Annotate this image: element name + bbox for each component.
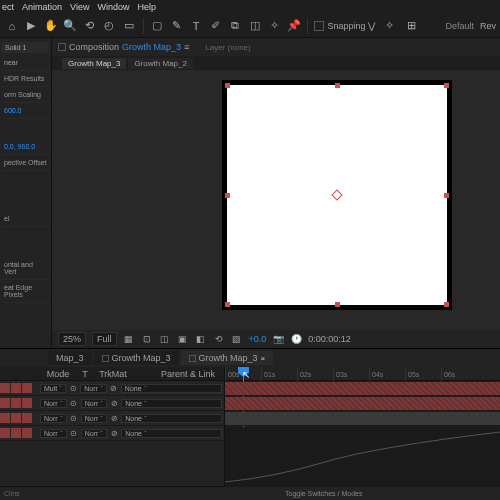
time-ruler[interactable]: 00s01s02s03s04s05s06s [225, 367, 500, 381]
trkmat-dropdown[interactable]: Norr [80, 384, 107, 393]
timeline-tracks[interactable]: 00s01s02s03s04s05s06s ↖ [225, 367, 500, 486]
roto-tool-icon[interactable]: ✧ [266, 18, 282, 34]
snapshot-icon[interactable]: 📷 [272, 333, 284, 345]
layer-row[interactable]: Mult ⊙ Norr ⊘ None [0, 381, 224, 396]
timeline-tab[interactable]: Growth Map_3 [94, 351, 179, 365]
time-display[interactable]: 0:00:00:12 [308, 334, 351, 344]
reset-icon[interactable]: ⟲ [213, 333, 225, 345]
mode-dropdown[interactable]: Norr [40, 399, 67, 408]
graph-editor[interactable] [225, 427, 500, 487]
mode-dropdown[interactable]: Mult [40, 384, 66, 393]
clip-bar[interactable] [225, 382, 500, 395]
comp-tab[interactable]: Growth Map_3 [62, 58, 126, 69]
eye-icon[interactable]: ⊙ [69, 399, 79, 408]
timeline-tab[interactable]: Map_3 [48, 351, 92, 365]
parent-dropdown[interactable]: None [121, 429, 222, 438]
rotate-tool-icon[interactable]: ◴ [102, 18, 118, 34]
brush-tool-icon[interactable]: ✐ [208, 18, 224, 34]
trkmat-dropdown[interactable]: Norr [81, 399, 108, 408]
trkmat-dropdown[interactable]: Norr [81, 429, 108, 438]
tool-icon[interactable]: ✧ [381, 18, 397, 34]
comp-tab[interactable]: Growth Map_2 [128, 58, 192, 69]
transform-handle[interactable] [335, 302, 340, 307]
timeline-tab[interactable]: Growth Map_3 × [181, 351, 274, 365]
transform-handle[interactable] [225, 83, 230, 88]
snapping-toggle[interactable]: Snapping ⋁ [314, 21, 375, 31]
mode-dropdown[interactable]: Norr [40, 429, 67, 438]
camera-tool-icon[interactable]: ▭ [121, 18, 137, 34]
text-tool-icon[interactable]: T [188, 18, 204, 34]
checkbox-icon[interactable] [314, 21, 324, 31]
transform-handle[interactable] [444, 83, 449, 88]
puppet-tool-icon[interactable]: 📌 [286, 18, 302, 34]
prop-row[interactable]: orm Scaling [2, 87, 49, 103]
exposure-value[interactable]: +0.0 [249, 334, 267, 344]
workspace-label[interactable]: Default [445, 21, 474, 31]
transform-handle[interactable] [444, 193, 449, 198]
prop-value[interactable]: 600.0 [2, 103, 49, 119]
layer-row[interactable]: Norr ⊙ Norr ⊘ None [0, 426, 224, 441]
clip-bar[interactable] [225, 412, 500, 425]
tool-icon[interactable]: ⊞ [403, 18, 419, 34]
layer-row[interactable]: Norr ⊙ Norr ⊘ None [0, 396, 224, 411]
panel-menu-icon[interactable]: ≡ [184, 42, 189, 52]
prop-row[interactable]: pective Offset [2, 155, 49, 171]
link-icon[interactable]: ⊘ [109, 414, 119, 423]
transparency-icon[interactable]: ▨ [231, 333, 243, 345]
parent-dropdown[interactable]: None [121, 414, 222, 423]
workspace-label[interactable]: Rev [480, 21, 496, 31]
orbit-tool-icon[interactable]: ⟲ [82, 18, 98, 34]
transform-handle[interactable] [444, 302, 449, 307]
track[interactable] [225, 411, 500, 426]
menu-item[interactable]: Window [97, 2, 129, 12]
parent-dropdown[interactable]: None [121, 399, 222, 408]
prop-row[interactable]: near [2, 55, 49, 71]
chevron-down-icon[interactable]: ⋁ [368, 21, 375, 31]
eye-icon[interactable]: ⊙ [68, 384, 78, 393]
clip-bar[interactable] [225, 397, 500, 410]
anchor-point-icon[interactable] [331, 189, 342, 200]
eye-icon[interactable]: ⊙ [69, 414, 79, 423]
clone-tool-icon[interactable]: ⧉ [227, 18, 243, 34]
pen-tool-icon[interactable]: ✎ [169, 18, 185, 34]
prop-row[interactable]: HDR Results [2, 71, 49, 87]
link-icon[interactable]: ⊘ [109, 429, 119, 438]
channel-icon[interactable]: ◧ [195, 333, 207, 345]
menu-item[interactable]: ect [2, 2, 14, 12]
toggle-switches-button[interactable]: Toggle Switches / Modes [225, 490, 362, 497]
canvas[interactable] [227, 85, 447, 305]
zoom-dropdown[interactable]: 25% [58, 332, 86, 346]
menu-item[interactable]: View [70, 2, 89, 12]
transform-handle[interactable] [225, 302, 230, 307]
shape-tool-icon[interactable]: ▢ [149, 18, 165, 34]
region-icon[interactable]: ▣ [177, 333, 189, 345]
grid-icon[interactable]: ▦ [123, 333, 135, 345]
eye-icon[interactable]: ⊙ [69, 429, 79, 438]
parent-dropdown[interactable]: None [121, 384, 222, 393]
selection-tool-icon[interactable]: ▶ [24, 18, 40, 34]
mask-icon[interactable]: ◫ [159, 333, 171, 345]
guides-icon[interactable]: ⊡ [141, 333, 153, 345]
menu-item[interactable]: Animation [22, 2, 62, 12]
prop-row[interactable]: el [2, 211, 49, 227]
prop-value[interactable]: 0.0, 960.0 [2, 139, 49, 155]
trkmat-dropdown[interactable]: Norr [81, 414, 108, 423]
resolution-dropdown[interactable]: Full [92, 332, 117, 346]
transform-handle[interactable] [225, 193, 230, 198]
link-icon[interactable]: ⊘ [109, 384, 119, 393]
panel-tab[interactable]: Solid 1 [2, 42, 49, 53]
eraser-tool-icon[interactable]: ◫ [247, 18, 263, 34]
hand-tool-icon[interactable]: ✋ [43, 18, 59, 34]
home-icon[interactable]: ⌂ [4, 18, 20, 34]
link-icon[interactable]: ⊘ [109, 399, 119, 408]
layer-row[interactable]: Norr ⊙ Norr ⊘ None [0, 411, 224, 426]
menu-item[interactable]: Help [137, 2, 156, 12]
prop-row[interactable]: eat Edge Pixels [2, 280, 49, 303]
transform-handle[interactable] [335, 83, 340, 88]
prop-row[interactable]: ontal and Vert [2, 257, 49, 280]
track[interactable] [225, 381, 500, 396]
track[interactable] [225, 396, 500, 411]
mode-dropdown[interactable]: Norr [40, 414, 67, 423]
viewer[interactable] [52, 70, 500, 330]
zoom-tool-icon[interactable]: 🔍 [63, 18, 79, 34]
